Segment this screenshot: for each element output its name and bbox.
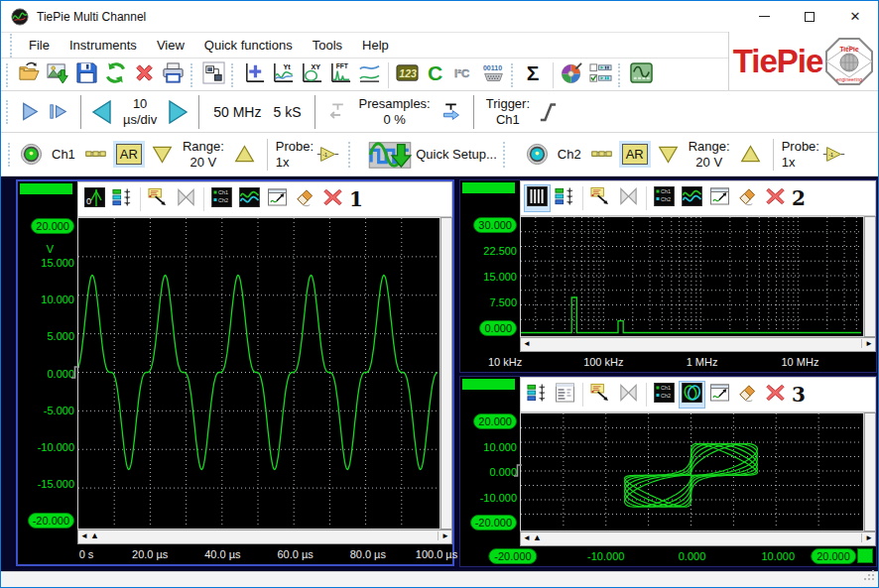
combine-graphs-button[interactable] xyxy=(615,184,642,212)
add-fft-graph-button[interactable]: FFT xyxy=(326,60,355,89)
export-image-button[interactable] xyxy=(44,60,72,89)
toolbar-grip[interactable] xyxy=(231,63,235,87)
scroll-right-icon[interactable]: ► xyxy=(438,531,449,540)
run-settings-button[interactable] xyxy=(586,60,615,89)
panel1-horizontal-scrollbar[interactable]: ◄ ▲ ► xyxy=(77,529,452,544)
maximize-button[interactable] xyxy=(787,1,832,32)
toolbar-grip[interactable] xyxy=(6,63,10,87)
value-table-button[interactable] xyxy=(552,381,578,409)
panel1-x-axis[interactable]: 0 s20.0 µs40.0 µs60.0 µs80.0 µs100.0 µs xyxy=(18,544,452,564)
panel3-x-axis[interactable]: -20.000-10.0000.00010.00020.000 xyxy=(460,546,876,566)
delete-button[interactable] xyxy=(130,60,159,89)
graph-panel-3[interactable]: Ch1Ch2 3 20.00010.0000.000-10.000-20.000… xyxy=(459,376,877,567)
toolbar-grip[interactable] xyxy=(6,100,10,124)
ch1-range-down-button[interactable] xyxy=(148,140,177,169)
add-meter-button[interactable]: 123 xyxy=(393,60,422,89)
graph-panel-2[interactable]: Ch1Ch2 2 30.00022.50015.0007.5000.000 ◄ … xyxy=(459,179,877,373)
start-button[interactable] xyxy=(15,97,44,126)
ch1-range-up-button[interactable] xyxy=(230,140,259,169)
panel2-vertical-scrollbar[interactable] xyxy=(864,216,876,337)
ch1-enable-button[interactable] xyxy=(17,140,46,169)
trigger-slope-button[interactable] xyxy=(534,97,563,126)
close-graph-button[interactable] xyxy=(762,184,789,212)
menu-file[interactable]: File xyxy=(19,34,60,57)
ch1-coupling-button[interactable] xyxy=(81,140,110,169)
xy-mode-button[interactable] xyxy=(679,381,705,409)
sum-button[interactable]: Σ xyxy=(520,60,549,89)
toolbar-grip[interactable] xyxy=(511,63,515,87)
menu-help[interactable]: Help xyxy=(352,34,399,57)
menu-tools[interactable]: Tools xyxy=(303,34,352,57)
trigger-level-icon[interactable] xyxy=(70,364,80,383)
ch2-enable-button[interactable] xyxy=(523,140,552,169)
colors-button[interactable] xyxy=(558,60,586,89)
ch2-range-down-button[interactable] xyxy=(654,140,683,169)
clear-graph-button[interactable] xyxy=(734,381,761,409)
clear-graph-button[interactable] xyxy=(292,185,318,213)
legend-button[interactable]: Ch1Ch2 xyxy=(651,381,678,409)
menubar-grip[interactable] xyxy=(10,34,14,58)
open-button[interactable] xyxy=(15,60,44,89)
legend-button[interactable]: Ch1Ch2 xyxy=(208,185,235,213)
print-button[interactable] xyxy=(159,60,188,89)
refresh-button[interactable] xyxy=(101,60,130,89)
combine-graphs-button[interactable] xyxy=(173,185,199,213)
minimize-button[interactable] xyxy=(741,1,787,32)
trigger-level-icon[interactable] xyxy=(513,463,523,482)
serial-monitor-button[interactable]: 00110 xyxy=(479,60,508,89)
channel-axis-button[interactable] xyxy=(552,184,578,212)
add-xy-graph-button[interactable]: XY xyxy=(298,60,326,89)
panel2-horizontal-scrollbar[interactable]: ◄ ► xyxy=(520,337,876,352)
popout-graph-button[interactable] xyxy=(264,185,291,213)
ch2-coupling-button[interactable] xyxy=(587,140,616,169)
legend-button[interactable]: Ch1Ch2 xyxy=(651,184,678,212)
counter-button[interactable]: C xyxy=(422,60,450,89)
trace-colors-button[interactable] xyxy=(236,185,263,213)
ch2-range-up-button[interactable] xyxy=(736,140,765,169)
close-graph-button[interactable] xyxy=(762,381,789,409)
ch1-probe-button[interactable]: -1 xyxy=(314,140,342,169)
i2c-button[interactable]: I²C xyxy=(450,60,479,89)
graph-panel-1[interactable]: 0 Ch1Ch2 1 20.00015.00010.0005.0000.000-… xyxy=(16,179,454,566)
presamples-increase-button[interactable] xyxy=(437,97,465,126)
timebase-slower-button[interactable] xyxy=(89,99,115,125)
close-graph-button[interactable] xyxy=(319,185,346,213)
generator-button[interactable] xyxy=(627,60,656,89)
channel-axis-button[interactable] xyxy=(109,185,136,213)
combine-graphs-button[interactable] xyxy=(615,381,642,409)
panel3-plot[interactable] xyxy=(520,412,864,531)
popout-graph-button[interactable] xyxy=(706,184,733,212)
timebase-faster-button[interactable] xyxy=(165,99,190,125)
channel-axis-button[interactable] xyxy=(524,381,551,409)
ch2-probe-button[interactable]: -1 xyxy=(819,140,848,169)
panel2-x-axis[interactable]: 10 kHz100 kHz1 MHz10 MHz xyxy=(460,352,876,372)
panel1-vertical-scrollbar[interactable] xyxy=(440,217,452,529)
menu-view[interactable]: View xyxy=(147,34,194,57)
panel3-vertical-scrollbar[interactable] xyxy=(864,412,876,531)
save-button[interactable] xyxy=(72,60,101,89)
panel2-y-axis[interactable]: 30.00022.50015.0007.5000.000 xyxy=(460,216,520,337)
title-bar[interactable]: TiePie Multi Channel ✕ xyxy=(1,1,878,32)
toolbar-grip[interactable] xyxy=(348,142,362,168)
add-line-graph-button[interactable] xyxy=(355,60,384,89)
ch1-autorange-button[interactable]: AR xyxy=(116,144,142,165)
toolbar-grip[interactable] xyxy=(503,142,517,168)
panel3-horizontal-scrollbar[interactable]: ◄ ▲ ► xyxy=(520,531,876,546)
ch2-autorange-button[interactable]: AR xyxy=(622,144,648,165)
one-shot-button[interactable] xyxy=(44,97,72,126)
quick-setup-button[interactable]: Quick Setup... xyxy=(368,138,497,172)
add-comment-button[interactable] xyxy=(145,185,172,213)
resize-grip[interactable] xyxy=(864,568,876,586)
scroll-left-icon[interactable]: ◄ xyxy=(80,531,88,540)
trace-colors-button[interactable] xyxy=(679,184,705,212)
presamples-decrease-button[interactable] xyxy=(323,97,352,126)
popout-graph-button[interactable] xyxy=(706,381,733,409)
close-button[interactable]: ✕ xyxy=(832,1,878,32)
panel1-plot[interactable] xyxy=(77,217,440,529)
add-comment-button[interactable] xyxy=(587,184,614,212)
scroll-left-icon[interactable]: ◄ xyxy=(523,339,531,348)
scroll-left-icon[interactable]: ◄ xyxy=(523,533,531,542)
add-graph-button[interactable] xyxy=(240,60,269,89)
trigger-position-icon[interactable]: ▲ xyxy=(533,532,542,542)
toolbar-grip[interactable] xyxy=(618,63,622,87)
